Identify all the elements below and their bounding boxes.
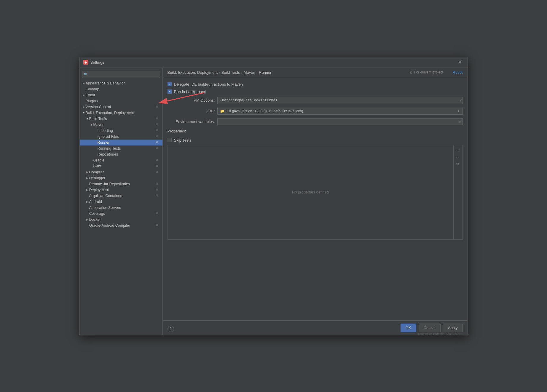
expand-arrow bbox=[86, 224, 89, 227]
breadcrumb-sep1: › bbox=[219, 70, 220, 75]
expand-arrow bbox=[94, 129, 98, 132]
sidebar-item-compiler[interactable]: ▶ Compiler ⧉ bbox=[80, 169, 162, 175]
sidebar-item-appearance[interactable]: ▶ Appearance & Behavior bbox=[80, 80, 162, 86]
help-button[interactable]: ? bbox=[168, 326, 174, 332]
reset-link[interactable]: Reset bbox=[453, 70, 463, 75]
sidebar-item-label: Debugger bbox=[89, 176, 160, 180]
sidebar-item-docker[interactable]: ▶ Docker bbox=[80, 217, 162, 223]
expand-arrow: ▶ bbox=[82, 94, 86, 97]
sidebar-item-android[interactable]: ▶ Android bbox=[80, 199, 162, 205]
expand-arrow: ▶ bbox=[86, 188, 89, 191]
vm-options-label: VM Options: bbox=[168, 98, 215, 103]
sidebar-item-editor[interactable]: ▶ Editor bbox=[80, 92, 162, 98]
sidebar-item-deployment[interactable]: ▶ Deployment ⧉ bbox=[80, 187, 162, 193]
expand-arrow: ▶ bbox=[86, 171, 89, 174]
env-row: Environment variables: ⊞ bbox=[168, 118, 463, 125]
env-input[interactable] bbox=[217, 118, 463, 125]
skip-tests-row: Properties: bbox=[168, 129, 463, 136]
expand-arrow bbox=[86, 194, 89, 197]
expand-arrow bbox=[94, 147, 98, 150]
skip-tests-checkbox[interactable] bbox=[168, 138, 172, 142]
sidebar-item-runner[interactable]: Runner ⧉ bbox=[80, 140, 162, 145]
breadcrumb-part4: Runner bbox=[259, 70, 272, 75]
sidebar-item-build-execution[interactable]: ▼ Build, Execution, Deployment bbox=[80, 110, 162, 116]
sidebar-item-app-servers[interactable]: Application Servers bbox=[80, 205, 162, 211]
copy-icon: ⧉ bbox=[156, 158, 160, 162]
expand-arrow bbox=[90, 165, 93, 168]
env-label: Environment variables: bbox=[168, 119, 215, 124]
breadcrumb-sep3: › bbox=[256, 70, 258, 75]
sidebar-item-debugger[interactable]: ▶ Debugger bbox=[80, 175, 162, 181]
sidebar-item-coverage[interactable]: Coverage ⧉ bbox=[80, 211, 162, 217]
sidebar-item-label: Build, Execution, Deployment bbox=[86, 111, 160, 115]
env-btn-icon[interactable]: ⊞ bbox=[459, 120, 462, 124]
sidebar: 🔍 ▶ Appearance & Behavior Keymap ▶ Edito… bbox=[80, 68, 163, 335]
search-input[interactable] bbox=[82, 71, 160, 78]
expand-arrow bbox=[94, 135, 98, 138]
copy-icon: ⧉ bbox=[156, 129, 160, 133]
sidebar-item-ignored-files[interactable]: Ignored Files ⧉ bbox=[80, 134, 162, 140]
jre-dropdown[interactable]: 📁 1.8 (java version "1.8.0_281", path: D… bbox=[217, 108, 463, 115]
main-content: 🔍 ▶ Appearance & Behavior Keymap ▶ Edito… bbox=[80, 68, 468, 335]
breadcrumb-part2: Build Tools bbox=[221, 70, 240, 75]
expand-icon[interactable]: ⤢ bbox=[459, 98, 462, 103]
add-property-button[interactable]: + bbox=[455, 146, 461, 153]
sidebar-item-running-tests[interactable]: Running Tests ⧉ bbox=[80, 145, 162, 151]
expand-arrow bbox=[86, 183, 89, 185]
vm-options-field: ⤢ bbox=[217, 97, 463, 104]
copy-icon: ⧉ bbox=[156, 212, 160, 216]
apply-button[interactable]: Apply bbox=[443, 324, 463, 332]
expand-arrow: ▶ bbox=[82, 82, 86, 85]
sidebar-item-remote-jar[interactable]: Remote Jar Repositories ⧉ bbox=[80, 181, 162, 187]
right-panel: Build, Execution, Deployment › Build Too… bbox=[163, 68, 468, 335]
expand-arrow: ▼ bbox=[90, 123, 93, 126]
copy-icon: ⧉ bbox=[156, 164, 160, 168]
edit-property-button[interactable]: ✏ bbox=[455, 161, 461, 167]
sidebar-item-label: Version Control bbox=[86, 105, 155, 109]
sidebar-item-build-tools[interactable]: ▼ Build Tools ⧉ bbox=[80, 116, 162, 122]
run-bg-checkbox[interactable] bbox=[168, 89, 172, 94]
sidebar-item-plugins[interactable]: Plugins bbox=[80, 98, 162, 104]
sidebar-item-arquillian[interactable]: Arquillian Containers ⧉ bbox=[80, 193, 162, 199]
project-icon: 🖹 bbox=[409, 70, 413, 74]
sidebar-item-label: Android bbox=[89, 200, 160, 204]
sidebar-item-gradle[interactable]: Gradle ⧉ bbox=[80, 157, 162, 163]
sidebar-item-label: Running Tests bbox=[98, 146, 155, 151]
expand-arrow bbox=[94, 153, 98, 156]
properties-list: No properties defined bbox=[168, 145, 453, 239]
skip-tests-container: Skip Tests bbox=[168, 138, 463, 143]
search-icon: 🔍 bbox=[84, 72, 88, 76]
ok-button[interactable]: OK bbox=[401, 324, 416, 332]
skip-tests-label: Skip Tests bbox=[174, 138, 192, 143]
sidebar-item-keymap[interactable]: Keymap bbox=[80, 86, 162, 92]
settings-content: Delegate IDE build/run actions to Maven … bbox=[163, 77, 468, 320]
sidebar-item-label: Importing bbox=[98, 129, 155, 133]
vm-options-input[interactable] bbox=[217, 97, 463, 104]
sidebar-item-label: Plugins bbox=[86, 99, 160, 103]
run-bg-label: Run in background bbox=[174, 89, 206, 94]
delegate-ide-checkbox[interactable] bbox=[168, 82, 172, 86]
sidebar-item-repositories[interactable]: Repositories bbox=[80, 151, 162, 157]
sidebar-item-maven[interactable]: ▼ Maven ⧉ bbox=[80, 122, 162, 128]
sidebar-item-label: Runner bbox=[98, 140, 155, 145]
close-button[interactable]: ✕ bbox=[457, 59, 464, 65]
expand-arrow: ▶ bbox=[86, 200, 89, 203]
expand-arrow bbox=[86, 206, 89, 209]
sidebar-item-gant[interactable]: Gant ⧉ bbox=[80, 163, 162, 169]
expand-arrow bbox=[94, 141, 98, 144]
sidebar-item-gradle-android[interactable]: Gradle-Android Compiler ⧉ bbox=[80, 223, 162, 228]
dialog-title: Settings bbox=[90, 60, 104, 65]
copy-icon: ⧉ bbox=[156, 135, 160, 139]
sidebar-item-importing[interactable]: Importing ⧉ bbox=[80, 128, 162, 134]
properties-area: No properties defined + − ✏ bbox=[168, 145, 463, 240]
sidebar-item-version-control[interactable]: ▶ Version Control ⧉ bbox=[80, 104, 162, 110]
copy-icon: ⧉ bbox=[156, 140, 160, 145]
cancel-button[interactable]: Cancel bbox=[419, 324, 441, 332]
expand-arrow: ▶ bbox=[86, 177, 89, 180]
expand-arrow bbox=[82, 100, 86, 103]
sidebar-item-label: Ignored Files bbox=[98, 135, 155, 139]
sidebar-item-label: Maven bbox=[93, 123, 155, 127]
sidebar-item-label: Build Tools bbox=[89, 117, 155, 121]
remove-property-button[interactable]: − bbox=[455, 153, 461, 160]
expand-arrow: ▶ bbox=[86, 218, 89, 221]
